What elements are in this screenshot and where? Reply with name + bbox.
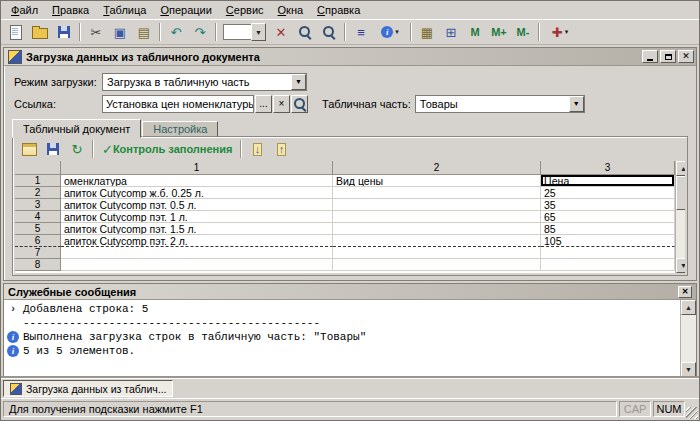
cell-r8-c1[interactable]	[61, 259, 333, 271]
scroll-track[interactable]	[676, 210, 685, 258]
row-header-3[interactable]: 3	[15, 199, 61, 211]
cell-r4-c2[interactable]	[333, 211, 541, 223]
close-button[interactable]: ✕	[678, 50, 694, 63]
row-header-2[interactable]: 2	[15, 187, 61, 199]
tab-settings[interactable]: Настройка	[142, 121, 218, 137]
row-header-5[interactable]: 5	[15, 223, 61, 235]
row-header-4[interactable]: 4	[15, 211, 61, 223]
menu-operations[interactable]: Операции	[153, 2, 218, 18]
open-button[interactable]	[29, 22, 51, 42]
memory-button[interactable]: M	[464, 22, 486, 42]
scroll-track[interactable]	[681, 315, 696, 362]
menu-windows[interactable]: Окна	[271, 2, 311, 18]
cell-r3-c3[interactable]: 35	[541, 199, 675, 211]
menu-edit[interactable]: Правка	[45, 2, 96, 18]
copy-button[interactable]: ▣	[109, 22, 131, 42]
scroll-up-icon[interactable]: ▲	[676, 161, 685, 176]
column-header-1[interactable]: 1	[61, 161, 333, 175]
cell-r1-c3[interactable]: Цена	[541, 175, 675, 187]
cell-r2-c1[interactable]: апиток Cutycomp ж.б. 0.25 л.	[61, 187, 333, 199]
tab-tabular-document[interactable]: Табличный документ	[12, 119, 141, 138]
tabular-part-select[interactable]: Товары ▼	[415, 95, 585, 113]
clear-button[interactable]: ✕	[270, 22, 292, 42]
scroll-thumb[interactable]	[676, 176, 685, 210]
cell-r8-c2[interactable]	[333, 259, 541, 271]
cell-r5-c2[interactable]	[333, 223, 541, 235]
memory-minus-button[interactable]: M-	[512, 22, 534, 42]
cell-r6-c2[interactable]	[333, 235, 541, 247]
cell-r7-c3[interactable]	[541, 247, 675, 259]
link-find-button[interactable]	[291, 95, 308, 113]
messages-vertical-scrollbar[interactable]: ▲ ▼	[680, 300, 696, 377]
scroll-down-icon[interactable]: ▼	[676, 258, 685, 273]
menu-table[interactable]: Таблица	[96, 2, 153, 18]
message-line[interactable]: i5 из 5 элементов.	[4, 344, 680, 358]
link-browse-button[interactable]: ...	[255, 95, 272, 113]
row-header-6[interactable]: 6	[15, 235, 61, 247]
cell-r6-c3[interactable]: 105	[541, 235, 675, 247]
scroll-down-icon[interactable]: ▼	[681, 362, 696, 377]
minimize-button[interactable]	[642, 50, 658, 63]
grid-corner[interactable]	[15, 161, 61, 175]
cell-r5-c1[interactable]: апиток Cutycomp пэт. 1.5 л.	[61, 223, 333, 235]
cell-r4-c3[interactable]: 65	[541, 211, 675, 223]
save-button[interactable]	[53, 22, 75, 42]
cell-r1-c1[interactable]: оменклатура	[61, 175, 333, 187]
row-header-1[interactable]: 1	[15, 175, 61, 187]
load-mode-select[interactable]: Загрузка в табличную часть ▼	[102, 73, 307, 91]
calculator-button[interactable]: ⊞	[440, 22, 462, 42]
memory-plus-button[interactable]: M+	[488, 22, 510, 42]
cell-r4-c1[interactable]: апиток Cutycomp пэт. 1 л.	[61, 211, 333, 223]
chevron-down-icon[interactable]: ▼	[251, 23, 266, 41]
calendar-button[interactable]: ▦	[416, 22, 438, 42]
message-line[interactable]: ----------------------------------------…	[4, 316, 680, 330]
column-header-2[interactable]: 2	[333, 161, 541, 175]
cell-r2-c2[interactable]	[333, 187, 541, 199]
message-line[interactable]: ›Добавлена строка: 5	[4, 302, 680, 316]
open-table-button[interactable]	[18, 139, 40, 159]
cell-r6-c1[interactable]: апиток Cutycomp пэт. 2 л.	[61, 235, 333, 247]
row-header-7[interactable]: 7	[15, 247, 61, 259]
messages-close-button[interactable]: ✕	[678, 286, 692, 298]
menu-service[interactable]: Сервис	[219, 2, 271, 18]
tools-button[interactable]: ✚▾	[544, 22, 576, 42]
cell-r3-c2[interactable]	[333, 199, 541, 211]
info-button[interactable]: i▾	[374, 22, 406, 42]
refresh-button[interactable]: ↻	[66, 139, 88, 159]
cut-button[interactable]: ✂	[85, 22, 107, 42]
resize-grip[interactable]	[686, 407, 698, 419]
cell-r3-c1[interactable]: апиток Cutycomp пэт. 0.5 л.	[61, 199, 333, 211]
find-button[interactable]	[294, 22, 316, 42]
chevron-down-icon[interactable]: ▼	[569, 96, 584, 112]
message-line[interactable]: iВыполнена загрузка строк в табличную ча…	[4, 330, 680, 344]
find-next-button[interactable]	[318, 22, 340, 42]
toolbar-combo-value[interactable]	[223, 24, 251, 40]
cell-r2-c3[interactable]: 25	[541, 187, 675, 199]
export-rows-button[interactable]: ↑	[270, 139, 292, 159]
info-dropdown-icon[interactable]: ▾	[395, 28, 399, 36]
new-document-button[interactable]	[5, 22, 27, 42]
link-clear-button[interactable]: ×	[273, 95, 290, 113]
menu-help[interactable]: Справка	[310, 2, 367, 18]
row-header-8[interactable]: 8	[15, 259, 61, 271]
undo-button[interactable]: ↶	[165, 22, 187, 42]
paste-button[interactable]: ▤	[133, 22, 155, 42]
table-vertical-scrollbar[interactable]: ▲ ▼	[675, 161, 685, 273]
link-field[interactable]: Установка цен номенклатуры 00-00000	[102, 95, 254, 113]
cell-r7-c1[interactable]	[61, 247, 333, 259]
cell-r7-c2[interactable]	[333, 247, 541, 259]
cell-r1-c2[interactable]: Вид цены	[333, 175, 541, 187]
toolbar-combo[interactable]: ▼	[223, 23, 266, 41]
redo-button[interactable]: ↷	[189, 22, 211, 42]
save-table-button[interactable]	[42, 139, 64, 159]
values-list-button[interactable]: ≡	[350, 22, 372, 42]
cell-r8-c3[interactable]	[541, 259, 675, 271]
scroll-up-icon[interactable]: ▲	[681, 300, 696, 315]
maximize-button[interactable]	[660, 50, 676, 63]
import-rows-button[interactable]: ↓	[246, 139, 268, 159]
column-header-3[interactable]: 3	[541, 161, 675, 175]
fill-control-button[interactable]: ✓Контроль заполнения	[98, 139, 236, 159]
tools-dropdown-icon[interactable]: ▾	[565, 28, 569, 36]
cell-r5-c3[interactable]: 85	[541, 223, 675, 235]
chevron-down-icon[interactable]: ▼	[291, 74, 306, 90]
